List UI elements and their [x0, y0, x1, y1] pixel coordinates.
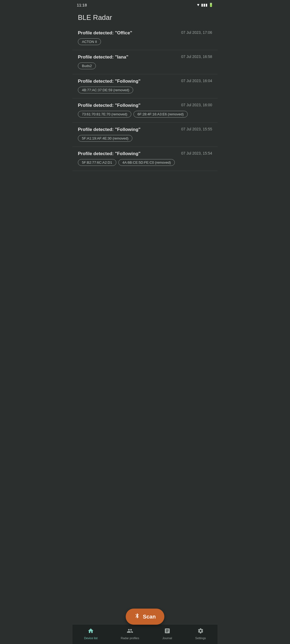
profile-date: 07 Jul 2023, 15:54 [181, 151, 212, 155]
profile-tag[interactable]: 6F:28:4F:16:A3:E6 (removed) [133, 111, 188, 118]
profile-item[interactable]: Profile detected: "Following"07 Jul 2023… [73, 98, 218, 123]
signal-icon: ▮▮▮ [201, 3, 208, 7]
profile-item[interactable]: Profile detected: "Following"07 Jul 2023… [73, 147, 218, 171]
profile-title: Profile detected: "Following" [78, 103, 179, 108]
profile-item[interactable]: Profile detected: "Office"07 Jul 2023, 1… [73, 26, 218, 50]
profile-tag[interactable]: 4B:77:AC:37:DE:59 (removed) [78, 87, 133, 93]
status-time: 11:18 [77, 3, 87, 7]
app-title: BLE Radar [73, 10, 218, 26]
profile-date: 07 Jul 2023, 16:04 [181, 79, 212, 83]
profile-tag[interactable]: 5F:B2:77:6C:A2:D1 [78, 159, 116, 166]
profile-tags: 73:61:70:81:7E:70 (removed)6F:28:4F:16:A… [78, 111, 212, 118]
battery-icon: 🔋 [209, 3, 213, 7]
profile-list: Profile detected: "Office"07 Jul 2023, 1… [73, 26, 218, 211]
profile-tag[interactable]: ACTON II [78, 38, 101, 45]
profile-item[interactable]: Profile detected: "Following"07 Jul 2023… [73, 123, 218, 147]
profile-tag[interactable]: Buds2 [78, 63, 96, 69]
profile-tags: 5F:B2:77:6C:A2:D14A:6B:CE:5D:FE:C0 (remo… [78, 159, 212, 166]
profile-tags: Buds2 [78, 63, 212, 69]
status-bar: 11:18 ▼ ▮▮▮ 🔋 [73, 0, 218, 10]
profile-date: 07 Jul 2023, 17:06 [181, 30, 212, 35]
profile-tags: 5F:A1:19:AF:4E:30 (removed) [78, 135, 212, 142]
profile-title: Profile detected: "Following" [78, 79, 179, 84]
profile-title: Profile detected: "Following" [78, 151, 179, 156]
wifi-icon: ▼ [196, 3, 200, 7]
profile-date: 07 Jul 2023, 16:00 [181, 103, 212, 107]
profile-item[interactable]: Profile detected: "Following"07 Jul 2023… [73, 74, 218, 98]
profile-date: 07 Jul 2023, 16:58 [181, 54, 212, 59]
profile-item[interactable]: Profile detected: "Iana"07 Jul 2023, 16:… [73, 50, 218, 74]
profile-tag[interactable]: 73:61:70:81:7E:70 (removed) [78, 111, 131, 118]
profile-date: 07 Jul 2023, 15:55 [181, 127, 212, 131]
profile-title: Profile detected: "Iana" [78, 54, 179, 60]
profile-tag[interactable]: 5F:A1:19:AF:4E:30 (removed) [78, 135, 132, 142]
profile-title: Profile detected: "Office" [78, 30, 179, 36]
profile-tag[interactable]: 4A:6B:CE:5D:FE:C0 (removed) [118, 159, 175, 166]
profile-tags: ACTON II [78, 38, 212, 45]
profile-tags: 4B:77:AC:37:DE:59 (removed) [78, 87, 212, 93]
status-icons: ▼ ▮▮▮ 🔋 [196, 3, 213, 7]
profile-title: Profile detected: "Following" [78, 127, 179, 132]
